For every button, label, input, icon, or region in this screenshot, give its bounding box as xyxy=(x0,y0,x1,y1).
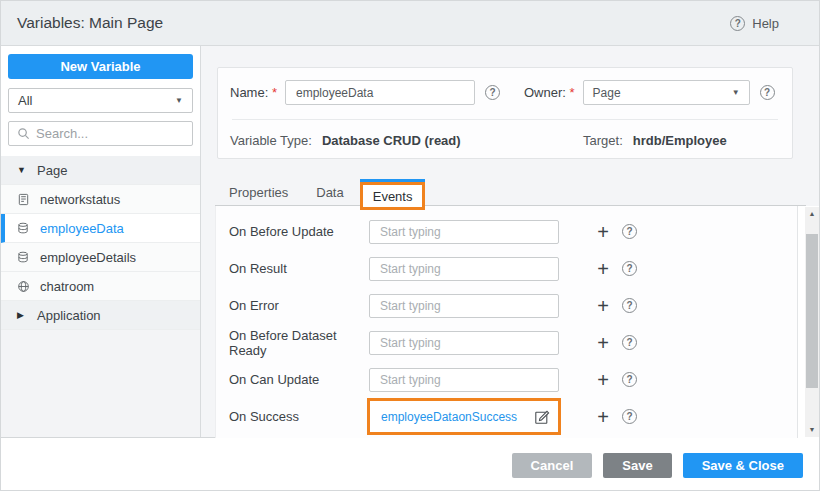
scroll-down-icon[interactable]: ▼ xyxy=(805,423,819,437)
event-label: On Error xyxy=(229,298,369,313)
tree-item-label: employeeDetails xyxy=(40,250,136,265)
database-variable-icon xyxy=(17,222,30,235)
variables-tree: ▼ Page networkstatus xyxy=(1,156,200,330)
event-row-on-can-update: On Can Update + ? xyxy=(216,361,797,398)
on-before-update-input[interactable] xyxy=(369,220,559,244)
tab-events-annotated: Events xyxy=(360,179,426,210)
on-success-handler-link[interactable]: employeeDataonSuccess xyxy=(381,410,517,424)
event-help-icon[interactable]: ? xyxy=(622,261,637,276)
tree-item-label: employeeData xyxy=(40,221,124,236)
owner-selected-value: Page xyxy=(593,86,621,100)
tree-group-page[interactable]: ▼ Page xyxy=(1,156,200,185)
tree-item-networkstatus[interactable]: networkstatus xyxy=(1,185,200,214)
event-row-on-result: On Result + ? xyxy=(216,250,797,287)
variable-type-value: Database CRUD (read) xyxy=(322,133,461,148)
on-before-dataset-ready-input[interactable] xyxy=(369,331,559,355)
events-scrollbar[interactable]: ▲ ▼ xyxy=(805,207,819,437)
variables-dialog: Variables: Main Page ? Help New Variable… xyxy=(0,0,820,491)
event-help-icon[interactable]: ? xyxy=(622,335,637,350)
database-variable-icon xyxy=(17,251,30,264)
event-label: On Success xyxy=(229,409,369,424)
chevron-down-icon: ▼ xyxy=(732,88,740,97)
tree-item-chatroom[interactable]: chatroom xyxy=(1,272,200,301)
event-row-on-before-dataset-ready: On Before Dataset Ready + ? xyxy=(216,324,797,361)
new-variable-button[interactable]: New Variable xyxy=(8,54,193,79)
name-label: Name: * xyxy=(230,85,277,100)
event-row-on-before-update: On Before Update + ? xyxy=(216,213,797,250)
caret-collapsed-icon: ▶ xyxy=(17,310,27,320)
event-label: On Can Update xyxy=(229,372,369,387)
websocket-variable-icon xyxy=(17,280,30,293)
owner-label: Owner: * xyxy=(524,85,575,100)
variable-summary-card: Name: * ? Owner: * Page ▼ ? Variable Typ… xyxy=(217,67,793,159)
tree-item-label: networkstatus xyxy=(40,192,120,207)
detail-tabs: Properties Data Events xyxy=(215,179,806,206)
tab-events[interactable]: Events xyxy=(373,189,413,204)
caret-expanded-icon: ▼ xyxy=(17,165,27,175)
add-event-icon[interactable]: + xyxy=(595,409,611,425)
add-event-icon[interactable]: + xyxy=(595,335,611,351)
on-can-update-input[interactable] xyxy=(369,368,559,392)
tree-group-label: Application xyxy=(37,308,101,323)
tree-item-employeedata[interactable]: employeeData xyxy=(1,214,200,243)
variable-detail-panel: Name: * ? Owner: * Page ▼ ? Variable Typ… xyxy=(201,46,819,437)
chevron-down-icon: ▼ xyxy=(175,96,183,105)
owner-select[interactable]: Page ▼ xyxy=(583,80,750,105)
model-variable-icon xyxy=(17,193,30,206)
tree-group-label: Page xyxy=(37,163,67,178)
name-input[interactable] xyxy=(285,80,475,105)
event-label: On Before Dataset Ready xyxy=(229,328,369,358)
event-help-icon[interactable]: ? xyxy=(622,409,637,424)
help-link[interactable]: ? Help xyxy=(730,16,779,31)
scrollbar-thumb[interactable] xyxy=(806,234,818,388)
required-asterisk: * xyxy=(570,85,575,100)
event-help-icon[interactable]: ? xyxy=(622,224,637,239)
edit-icon[interactable] xyxy=(534,409,550,425)
owner-help-icon[interactable]: ? xyxy=(760,85,775,100)
event-label: On Before Update xyxy=(229,224,369,239)
event-row-on-error: On Error + ? xyxy=(216,287,797,324)
tree-item-employeedetails[interactable]: employeeDetails xyxy=(1,243,200,272)
tab-properties[interactable]: Properties xyxy=(215,179,302,205)
help-icon: ? xyxy=(730,16,745,31)
annotation-box-events: Events xyxy=(360,182,426,210)
on-result-input[interactable] xyxy=(369,257,559,281)
filter-selected-value: All xyxy=(18,93,32,108)
name-help-icon[interactable]: ? xyxy=(485,85,500,100)
event-help-icon[interactable]: ? xyxy=(622,372,637,387)
tab-data[interactable]: Data xyxy=(302,179,357,205)
add-event-icon[interactable]: + xyxy=(595,224,611,240)
card-divider xyxy=(232,119,778,120)
add-event-icon[interactable]: + xyxy=(595,298,611,314)
target-value: hrdb/Employee xyxy=(633,133,727,148)
dialog-header: Variables: Main Page ? Help xyxy=(1,1,819,46)
variable-type-label: Variable Type: xyxy=(230,133,312,148)
required-asterisk: * xyxy=(272,85,277,100)
search-box[interactable] xyxy=(8,121,193,146)
cancel-button[interactable]: Cancel xyxy=(512,453,593,478)
events-panel: On Before Update + ? On Result + ? On Er… xyxy=(215,206,819,438)
help-label: Help xyxy=(752,16,779,31)
on-error-input[interactable] xyxy=(369,294,559,318)
add-event-icon[interactable]: + xyxy=(595,261,611,277)
tree-group-application[interactable]: ▶ Application xyxy=(1,301,200,330)
search-input[interactable] xyxy=(36,126,176,141)
page-title: Variables: Main Page xyxy=(17,14,163,32)
event-help-icon[interactable]: ? xyxy=(622,298,637,313)
event-row-on-success: On Success employeeDataonSuccess + xyxy=(216,398,797,435)
target-label: Target: xyxy=(583,133,623,148)
dialog-footer: Cancel Save Save & Close xyxy=(1,437,819,491)
event-label: On Result xyxy=(229,261,369,276)
save-and-close-button[interactable]: Save & Close xyxy=(683,453,803,478)
tree-item-label: chatroom xyxy=(40,279,94,294)
variables-sidebar: New Variable All ▼ ▼ Page xyxy=(1,46,201,437)
add-event-icon[interactable]: + xyxy=(595,372,611,388)
save-button[interactable]: Save xyxy=(603,453,671,478)
sidebar-empty-area xyxy=(1,330,200,437)
scroll-up-icon[interactable]: ▲ xyxy=(805,207,819,221)
annotation-box-on-success: employeeDataonSuccess xyxy=(367,398,561,435)
search-icon xyxy=(17,127,30,140)
variable-filter-select[interactable]: All ▼ xyxy=(8,88,193,113)
